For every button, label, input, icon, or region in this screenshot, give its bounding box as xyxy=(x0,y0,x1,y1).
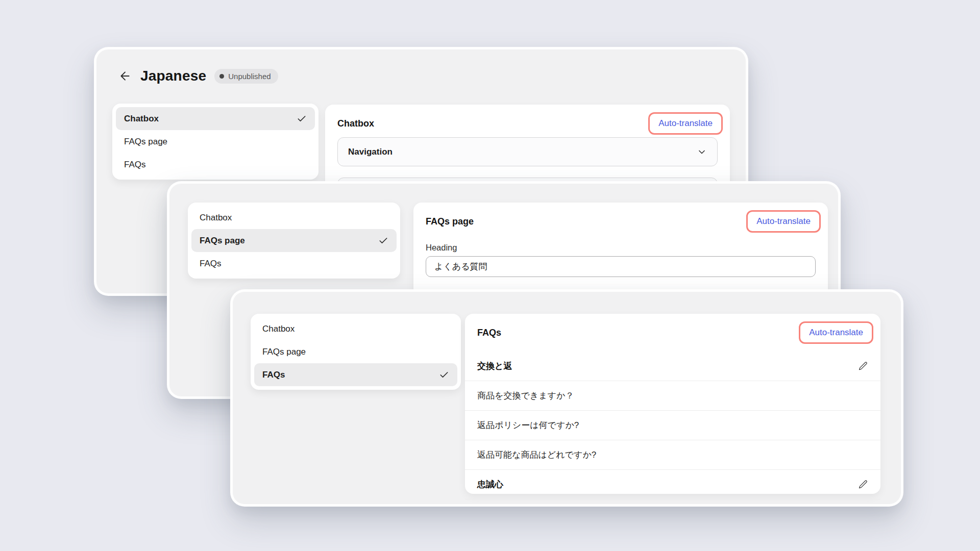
panel-header: Chatbox Auto-translate xyxy=(325,105,730,137)
panel-title: FAQs page xyxy=(426,216,474,227)
sidebar-nav: Chatbox FAQs page FAQs xyxy=(188,203,400,279)
faq-question-row[interactable]: 返品可能な商品はどれですか? xyxy=(465,440,880,469)
faq-list: 交換と返 商品を交換できますか？ 返品ポリシーは何ですか? 返品可能な商品はどれ… xyxy=(465,352,880,499)
sidebar-item-faqs[interactable]: FAQs xyxy=(254,363,457,386)
faq-question: 商品を交換できますか？ xyxy=(477,390,574,402)
sidebar-item-chatbox[interactable]: Chatbox xyxy=(254,317,457,340)
faq-question-row[interactable]: 返品ポリシーは何ですか? xyxy=(465,410,880,440)
edit-icon[interactable] xyxy=(858,361,868,371)
sidebar-item-label: FAQs page xyxy=(262,347,306,357)
sidebar-item-label: FAQs page xyxy=(200,236,245,246)
sidebar-item-faqs-page[interactable]: FAQs page xyxy=(254,340,457,363)
check-icon xyxy=(378,236,388,246)
sidebar-item-label: Chatbox xyxy=(262,324,295,334)
sidebar-item-label: Chatbox xyxy=(124,114,159,124)
sidebar-item-chatbox[interactable]: Chatbox xyxy=(116,107,315,130)
sidebar-nav: Chatbox FAQs page FAQs xyxy=(112,104,318,180)
sidebar-item-label: FAQs page xyxy=(124,137,167,147)
auto-translate-button[interactable]: Auto-translate xyxy=(746,210,821,233)
heading-label: Heading xyxy=(426,243,816,253)
faq-question-row[interactable]: 商品を交換できますか？ xyxy=(465,381,880,410)
chevron-down-icon xyxy=(697,147,707,157)
faq-group-title: 忠誠心 xyxy=(477,479,503,490)
panel-title: FAQs xyxy=(477,328,501,338)
edit-icon[interactable] xyxy=(858,480,868,490)
sidebar-item-faqs-page[interactable]: FAQs page xyxy=(116,130,315,153)
sidebar-item-faqs-page[interactable]: FAQs page xyxy=(191,229,397,252)
auto-translate-button[interactable]: Auto-translate xyxy=(799,321,873,344)
content-panel-faqs: FAQs Auto-translate 交換と返 商品を交換できますか？ 返品ポ… xyxy=(465,314,880,494)
heading-input[interactable] xyxy=(426,256,816,277)
sidebar-item-label: FAQs xyxy=(124,160,146,170)
sidebar-item-chatbox[interactable]: Chatbox xyxy=(191,206,397,229)
card-faqs: Chatbox FAQs page FAQs FAQs Auto-transla… xyxy=(230,289,903,507)
status-badge: Unpublished xyxy=(214,69,278,84)
status-badge-label: Unpublished xyxy=(228,72,271,81)
back-button[interactable] xyxy=(118,69,132,83)
accordion-label: Navigation xyxy=(348,147,393,157)
sidebar-item-label: FAQs xyxy=(200,259,222,269)
panel-header: FAQs Auto-translate xyxy=(465,314,880,346)
faq-group-title: 交換と返 xyxy=(477,360,512,372)
faq-question: 返品可能な商品はどれですか? xyxy=(477,449,596,461)
sidebar-item-label: Chatbox xyxy=(200,213,232,223)
panel-header: FAQs page Auto-translate xyxy=(413,203,828,235)
page-header: Japanese Unpublished xyxy=(118,68,278,84)
desktop-background: Japanese Unpublished Chatbox FAQs page F… xyxy=(0,0,980,551)
check-icon xyxy=(439,370,449,380)
arrow-left-icon xyxy=(118,69,132,83)
check-icon xyxy=(297,114,307,124)
page-title: Japanese xyxy=(140,68,206,84)
faq-group-row[interactable]: 交換と返 xyxy=(465,352,880,381)
faq-group-row[interactable]: 忠誠心 xyxy=(465,469,880,499)
sidebar-item-faqs[interactable]: FAQs xyxy=(116,153,315,176)
sidebar-nav: Chatbox FAQs page FAQs xyxy=(251,314,461,390)
sidebar-item-faqs[interactable]: FAQs xyxy=(191,252,397,275)
sidebar-item-label: FAQs xyxy=(262,370,285,380)
faq-question: 返品ポリシーは何ですか? xyxy=(477,419,579,431)
panel-title: Chatbox xyxy=(337,118,374,129)
status-dot-icon xyxy=(219,74,224,79)
accordion-navigation[interactable]: Navigation xyxy=(337,137,718,166)
auto-translate-button[interactable]: Auto-translate xyxy=(648,112,723,135)
